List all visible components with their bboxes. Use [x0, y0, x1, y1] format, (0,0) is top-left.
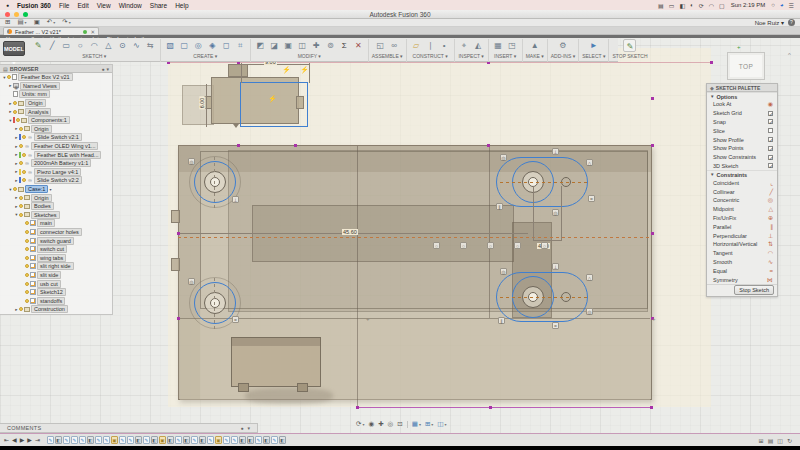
new-component-icon[interactable]: ◱: [374, 39, 387, 52]
sketch-palette-header[interactable]: ◆ SKETCH PALETTE: [707, 84, 777, 92]
menubar-item-view[interactable]: View: [97, 2, 111, 9]
constraint-badge-icon[interactable]: ○: [541, 242, 548, 249]
timeline-solid-feature[interactable]: ◧: [55, 436, 62, 444]
visibility-bulb-icon[interactable]: [19, 307, 23, 311]
constraint-horizontal-vertical-icon[interactable]: ⇅: [768, 240, 773, 248]
palette-options-section[interactable]: ▼ Options: [707, 92, 777, 100]
browser-item-slit-right-side[interactable]: slit right side: [0, 262, 112, 271]
visibility-bulb-icon[interactable]: [25, 230, 29, 234]
sketch-point[interactable]: [651, 232, 654, 235]
visibility-bulb-icon[interactable]: [22, 153, 26, 157]
grid-layout-icon-dropdown[interactable]: ▾: [431, 422, 433, 427]
switch-selection-rect[interactable]: [240, 82, 308, 127]
palette-option-show-constraints[interactable]: Show Constraints✓: [707, 153, 777, 162]
delete-icon[interactable]: ✕: [352, 39, 365, 52]
viewports-icon[interactable]: ◫▾: [437, 419, 446, 430]
save-icon[interactable]: ▣: [34, 18, 40, 27]
constraint-collinear-icon[interactable]: ╱: [769, 188, 773, 196]
dimension-height-label[interactable]: 6.00: [199, 97, 205, 110]
sketch-line-vertical-1[interactable]: [357, 146, 358, 406]
timeline-sketch-feature[interactable]: ✎: [175, 436, 182, 444]
tab-close-icon[interactable]: ✕: [90, 29, 95, 35]
sketch-point[interactable]: [487, 144, 490, 147]
sketch-line-bottom[interactable]: [357, 407, 651, 408]
combine-icon[interactable]: ◫: [296, 39, 309, 52]
document-tab[interactable]: Feather ... V2 v21* ✕: [3, 27, 99, 35]
browser-item-slide-switch-v2-2[interactable]: ▸∞Slide Switch v2:2: [0, 176, 112, 185]
ribbon-group-label[interactable]: CREATE ▾: [193, 53, 217, 59]
fit-icon[interactable]: ⊡: [397, 419, 402, 429]
constraint-badge-icon[interactable]: ⊥: [232, 196, 239, 203]
measure-icon[interactable]: ⌖: [458, 39, 471, 52]
timeline-sketch-feature[interactable]: ✎: [63, 436, 70, 444]
fillet-icon[interactable]: ◪: [268, 39, 281, 52]
timeline-solid-feature[interactable]: ◧: [199, 436, 206, 444]
timeline-group-icon[interactable]: ⊞: [759, 437, 764, 444]
circle-icon[interactable]: ○: [74, 39, 87, 52]
visibility-bulb-icon[interactable]: [19, 127, 23, 131]
timeline-sketch-feature[interactable]: ✎: [79, 436, 86, 444]
constraint-midpoint[interactable]: Midpoint△: [707, 205, 777, 214]
visibility-bulb-icon[interactable]: [25, 264, 29, 268]
constraint-badge-icon[interactable]: ◎: [500, 268, 507, 275]
palette-option-slice[interactable]: Slice: [707, 126, 777, 135]
time-machine-icon[interactable]: ⟳: [699, 2, 704, 9]
browser-item-units-mm[interactable]: Units: mm: [0, 90, 112, 99]
browser-item-named-views[interactable]: ▸◉Named Views: [0, 82, 112, 91]
viewports-icon-dropdown[interactable]: ▾: [445, 422, 447, 427]
timeline-solid-feature[interactable]: ◧: [239, 436, 246, 444]
visibility-bulb-icon[interactable]: [25, 299, 29, 303]
user-menu[interactable]: Noe Ruiz ▾: [755, 19, 784, 26]
visibility-bulb-icon[interactable]: [22, 170, 26, 174]
align-icon[interactable]: ⊚: [324, 39, 337, 52]
timeline-sketch-feature[interactable]: ✎: [255, 436, 262, 444]
constraint-concentric-icon[interactable]: ◎: [768, 196, 773, 204]
ribbon-group-label[interactable]: MODIFY ▾: [298, 53, 321, 59]
fix-constraint-icon[interactable]: ⚡: [268, 95, 277, 103]
browser-item-feather-oled-wing-v1-[interactable]: ▸∞Feather OLED Wing v1...: [0, 142, 112, 151]
line-icon[interactable]: ╱: [46, 39, 59, 52]
visibility-bulb-icon[interactable]: [25, 221, 29, 225]
comments-bar[interactable]: COMMENTS ●▾: [0, 423, 258, 433]
orbit-icon[interactable]: ⟳▾: [356, 419, 364, 430]
constraint-badge-icon[interactable]: ◎: [188, 278, 195, 285]
standoff-hole-tl[interactable]: [210, 177, 220, 187]
workspace-switcher[interactable]: MODEL ▾: [3, 41, 25, 56]
browser-item-connector-holes[interactable]: connector holes: [0, 228, 112, 237]
constraint-badge-icon[interactable]: ∥: [496, 203, 503, 210]
display-settings-icon-dropdown[interactable]: ▾: [419, 422, 421, 427]
press-pull-icon[interactable]: ◩: [254, 39, 267, 52]
active-component-dropdown-icon[interactable]: ▾: [49, 187, 51, 192]
constraint-badge-icon[interactable]: ○: [460, 242, 467, 249]
constraints-collapse-icon[interactable]: ▼: [710, 172, 714, 177]
timeline-component-feature[interactable]: ▣: [215, 436, 222, 444]
timeline-sketch-feature[interactable]: ✎: [271, 436, 278, 444]
palette-option-show-points[interactable]: Show Points✓: [707, 144, 777, 153]
browser-item-slide-switch-v2-1[interactable]: ▸∞Slide Switch v2:1: [0, 133, 112, 142]
fix-constraint-icon[interactable]: ⚡: [300, 66, 309, 74]
sketch-point[interactable]: [177, 232, 180, 235]
constraint-badge-icon[interactable]: =: [552, 322, 559, 329]
viewcube-home-icon[interactable]: +: [737, 44, 741, 50]
menubar-item-window[interactable]: Window: [119, 2, 142, 9]
browser-item-slit-side[interactable]: slit side: [0, 271, 112, 280]
visibility-bulb-icon[interactable]: [7, 75, 11, 79]
arc-icon[interactable]: ◠: [88, 39, 101, 52]
timeline-solid-feature[interactable]: ◧: [183, 436, 190, 444]
timeline-sketch-feature[interactable]: ✎: [119, 436, 126, 444]
timeline-solid-feature[interactable]: ◧: [151, 436, 158, 444]
scripts-addins-icon[interactable]: ⚙: [556, 39, 569, 52]
ribbon-collapse-icon[interactable]: ^: [788, 52, 791, 58]
constraint-badge-icon[interactable]: ⊥: [552, 148, 559, 155]
timeline-publish-icon[interactable]: ▤: [768, 437, 774, 444]
sweep-icon[interactable]: ◈: [206, 39, 219, 52]
ribbon-group-label[interactable]: SKETCH ▾: [82, 53, 106, 59]
constraint-badge-icon[interactable]: △: [586, 274, 593, 281]
decal-icon[interactable]: ◳: [506, 39, 519, 52]
constraint-concentric[interactable]: Concentric◎: [707, 196, 777, 205]
constraint-badge-icon[interactable]: =: [232, 316, 239, 323]
browser-item-case-1[interactable]: ▾Case:1▾: [0, 185, 112, 194]
palette-option-3d-sketch[interactable]: 3D Sketch✓: [707, 162, 777, 171]
stop-sketch-label[interactable]: STOP SKETCH: [612, 53, 647, 59]
browser-item-switch-cut[interactable]: switch cut: [0, 245, 112, 254]
